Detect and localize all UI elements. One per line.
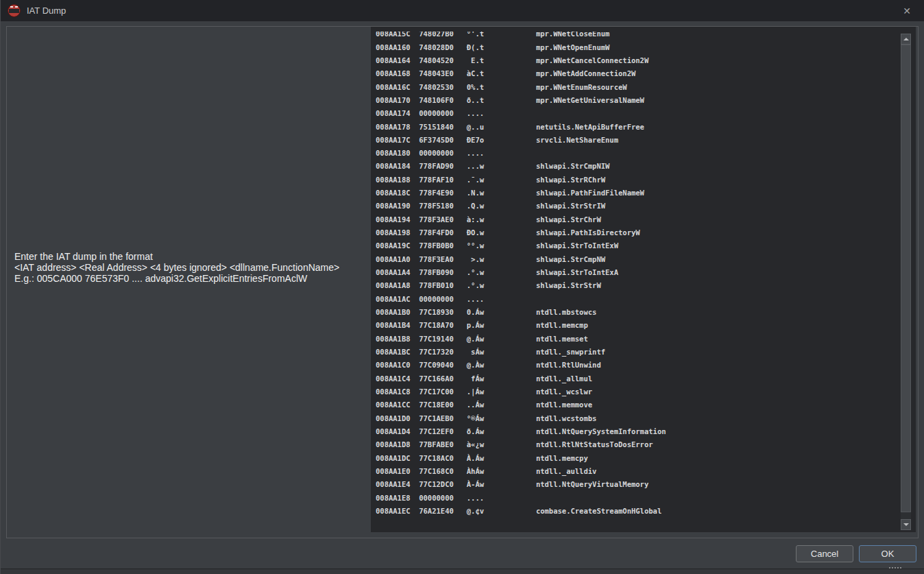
x64dbg-app-icon: [8, 4, 21, 17]
close-button[interactable]: ✕: [896, 0, 918, 21]
vertical-scrollbar[interactable]: [901, 34, 911, 530]
titlebar[interactable]: IAT Dump ✕: [1, 0, 924, 21]
app-icon-band: [9, 9, 19, 13]
window-title: IAT Dump: [27, 5, 66, 16]
ok-button[interactable]: OK: [859, 545, 916, 562]
arrow-down-icon: [903, 523, 909, 526]
content-panel: Enter the IAT dump in the format <IAT ad…: [6, 26, 919, 538]
scroll-down-button[interactable]: [901, 519, 911, 530]
app-icon-right-eye: [15, 6, 18, 8]
scrollbar-track[interactable]: [901, 45, 911, 519]
app-icon-left-eye: [10, 6, 13, 8]
instructions-line-2: <IAT address> <Real Address> <4 bytes ig…: [14, 262, 339, 273]
arrow-up-icon: [903, 38, 909, 40]
close-icon: ✕: [903, 5, 911, 16]
window-bottom-edge: [1, 569, 924, 574]
iat-dump-dialog: IAT Dump ✕ Enter the IAT dump in the for…: [0, 0, 924, 574]
instructions-line-1: Enter the IAT dump in the format: [14, 251, 339, 262]
iat-dump-viewport[interactable]: 008AA15C 748027B0 °'.t mpr.WNetCloseEnum…: [371, 32, 916, 532]
scrollbar-thumb[interactable]: [901, 45, 911, 512]
iat-dump-text[interactable]: 008AA15C 748027B0 °'.t mpr.WNetCloseEnum…: [376, 32, 666, 518]
cancel-button[interactable]: Cancel: [796, 545, 853, 562]
scroll-up-button[interactable]: [901, 34, 911, 45]
format-instructions: Enter the IAT dump in the format <IAT ad…: [14, 251, 339, 284]
iat-dump-textarea[interactable]: 008AA15C 748027B0 °'.t mpr.WNetCloseEnum…: [371, 27, 916, 532]
instructions-line-3: E.g.: 005CA000 76E573F0 .... advapi32.Ge…: [14, 273, 339, 284]
